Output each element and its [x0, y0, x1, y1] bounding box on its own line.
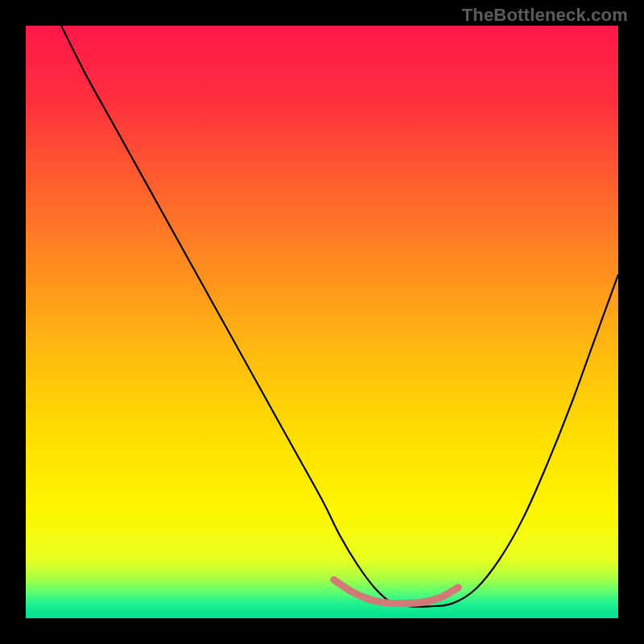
- bottleneck-chart: [0, 0, 644, 644]
- watermark-text: TheBottleneck.com: [462, 5, 628, 26]
- gradient-background: [26, 26, 618, 618]
- chart-container: { "watermark": "TheBottleneck.com", "plo…: [0, 0, 644, 644]
